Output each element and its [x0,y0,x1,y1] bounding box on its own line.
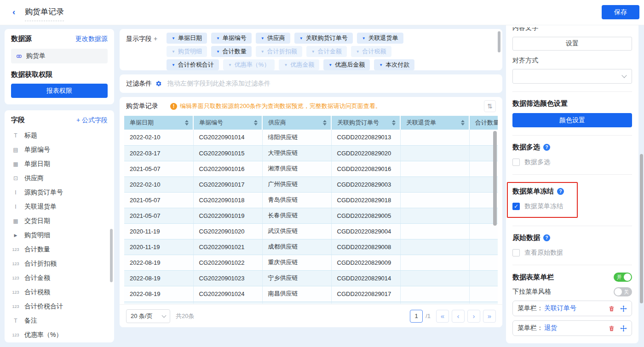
field-item[interactable]: 123合计税额 [11,285,108,299]
prev-page-button[interactable]: ‹ [452,310,465,323]
change-datasource-link[interactable]: 更改数据源 [75,35,108,43]
display-field-chip[interactable]: ▼合计折扣额 [256,46,302,57]
sort-arrows-icon[interactable] [254,120,258,125]
table-row[interactable]: 2020-11-19CG20220901021成都供应链CGDD20220829… [124,239,498,255]
help-icon[interactable]: ? [543,144,550,151]
field-item[interactable]: ⊡供应商 [11,171,108,185]
menubar-toggle-on[interactable]: 开 [614,273,632,282]
field-item[interactable]: I源购货订单号 [11,185,108,199]
display-fields-scrollbar[interactable] [498,31,500,52]
save-button[interactable]: 保存 [602,5,639,19]
table-cell [193,301,262,304]
freeze-checkbox-row[interactable]: ✓ 数据菜单冻结 [512,202,572,210]
fields-scrollbar[interactable] [110,229,113,282]
column-header[interactable]: 关联购货订单号 [331,116,400,130]
back-icon[interactable]: ‹ [12,7,15,17]
help-icon[interactable]: ? [543,234,550,241]
sort-arrows-icon[interactable] [461,120,465,125]
table-row[interactable]: 2021-05-07CG20220901016湘潭供应链CGDD20220829… [124,161,498,176]
display-field-chip[interactable]: ▼关联退货单 [357,33,403,44]
table-row[interactable] [124,301,498,304]
display-field-chip[interactable]: ▼合计金额 [306,46,347,57]
menubar-item-link[interactable]: 退货 [544,324,557,332]
field-item[interactable]: ▶购货明细 [11,228,108,242]
field-item[interactable]: ▦交货日期 [11,214,108,228]
column-header[interactable]: 供应商 [262,116,331,130]
checkbox-unchecked[interactable] [512,159,520,166]
table-vertical-scrollbar[interactable] [493,131,497,226]
column-label: 供应商 [268,119,286,126]
color-setting-button[interactable]: 颜色设置 [512,113,632,127]
page-scrollbar[interactable] [640,154,643,303]
field-item[interactable]: ▤单据编号 [11,142,108,157]
last-page-button[interactable]: » [483,310,496,323]
menubar-item[interactable]: 菜单栏： 退货 [512,320,632,336]
table-row[interactable]: 2022-08-19CG20220901024南昌供应链CGDD20220829… [124,286,498,301]
column-header[interactable]: 单据编号 [193,116,262,130]
menubar-item-link[interactable]: 关联订单号 [544,304,576,313]
raw-data-checkbox-row[interactable]: 查看原始数据 [512,249,632,257]
field-item[interactable]: 123合计金额 [11,271,108,285]
display-field-chip[interactable]: ▼供应商 [256,33,290,44]
display-field-chip[interactable]: ▼购货明细 [167,46,207,57]
table-cell: 2022-02-10 [124,176,193,192]
table-row[interactable]: 2021-05-07CG20220901018青岛供应链CGDD20220829… [124,192,498,208]
field-item[interactable]: 123合计数量 [11,242,108,256]
display-field-chip[interactable]: ▼优惠率（%） [223,59,275,70]
field-item[interactable]: T标题 [11,128,108,142]
caret-down-icon: ▼ [216,50,220,54]
gear-icon[interactable] [155,80,162,87]
table-row[interactable]: 2020-11-19CG20220901020武汉供应链CGDD20220829… [124,223,498,239]
display-field-chip[interactable]: ▼单据日期 [167,33,207,44]
field-item[interactable]: T备注 [11,313,108,328]
column-header[interactable]: 关联退货单 [400,116,469,130]
checkbox-unchecked[interactable] [512,249,520,256]
field-item[interactable]: 123合计折扣额 [11,256,108,271]
add-formula-field-link[interactable]: + 公式字段 [76,116,108,125]
content-set-button[interactable]: 设置 [512,37,632,51]
page-number-input[interactable]: 1 [410,310,423,323]
table-row[interactable]: 2021-05-07CG20220901019长春供应链CGDD20220829… [124,208,498,223]
datasource-item[interactable]: 购货单 [11,49,108,63]
move-icon[interactable] [620,325,627,332]
table-row[interactable]: 2022-02-10CG20220901014绵阳供应链CGDD20220829… [124,130,498,145]
field-item[interactable]: I关联退货单 [11,199,108,214]
sort-icon[interactable]: ⇅ [484,100,496,112]
menubar-item[interactable]: 菜单栏： 关联订单号 [512,301,632,316]
display-field-chip[interactable]: ▼优惠后金额 [323,59,370,70]
move-icon[interactable] [620,305,627,312]
first-page-button[interactable]: « [436,310,449,323]
trash-icon[interactable] [608,305,615,312]
table-cell: 2022-08-19 [124,270,193,286]
table-row[interactable]: 2022-08-19CG20220901022重庆供应链CGDD20220829… [124,255,498,270]
dropdown-style-toggle-off[interactable]: 关 [614,287,632,296]
trash-icon[interactable] [608,325,615,332]
field-item[interactable]: 123合计价税合计 [11,299,108,313]
page-size-select[interactable]: 20 条/页 [126,309,170,323]
next-page-button[interactable]: › [467,310,480,323]
column-header[interactable]: 单据日期 [124,116,193,130]
field-item[interactable]: 123优惠率（%） [11,328,108,342]
display-field-chip[interactable]: ▼合计税额 [351,46,391,57]
report-permission-button[interactable]: 报表权限 [11,84,108,98]
sort-arrows-icon[interactable] [185,120,189,125]
multi-select-checkbox-row[interactable]: 数据多选 [512,158,632,166]
field-item[interactable]: ▦单据日期 [11,157,108,171]
display-field-chip[interactable]: ▼优惠金额 [279,59,319,70]
table-row[interactable]: 2022-03-17CG20220901015大理供应链CGDD20220829… [124,145,498,161]
display-field-chip[interactable]: ▼关联购货订单号 [294,33,353,44]
sort-arrows-icon[interactable] [323,120,327,125]
column-header[interactable]: 合计数量 [469,116,498,130]
add-display-field-button[interactable]: + [154,35,157,42]
align-select[interactable] [512,69,632,84]
help-icon[interactable]: ? [557,188,564,195]
sort-arrows-icon[interactable] [392,120,396,125]
display-field-chip[interactable]: ▼本次付款 [374,59,414,70]
display-field-chip[interactable]: ▼单据编号 [211,33,252,44]
table-row[interactable]: 2022-02-10CG20220901017广州供应链CGDD20220829… [124,176,498,192]
doc-icon: ▤ [11,147,20,153]
checkbox-checked[interactable]: ✓ [512,203,520,210]
display-field-chip[interactable]: ▼合计价税合计 [167,59,219,70]
table-row[interactable]: 2022-08-19CG20220901023宁乡供应链CGDD20220829… [124,270,498,286]
display-field-chip[interactable]: ▼合计数量 [211,46,252,57]
